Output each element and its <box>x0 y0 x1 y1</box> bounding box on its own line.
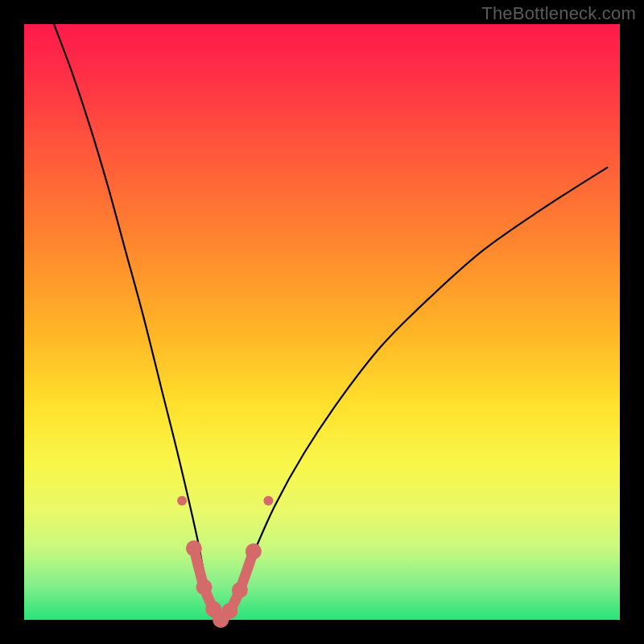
marker-dot <box>232 582 248 598</box>
marker-dot <box>177 496 187 506</box>
marker-dot <box>221 603 237 619</box>
chart-frame: TheBottleneck.com <box>0 0 644 644</box>
marker-dot <box>213 612 229 628</box>
marker-dot <box>186 540 202 556</box>
marker-dot <box>263 496 273 506</box>
watermark-label: TheBottleneck.com <box>481 3 636 24</box>
plot-area <box>24 24 620 620</box>
highlight-dots <box>24 24 620 620</box>
bottleneck-curve <box>24 24 620 620</box>
marker-dot <box>205 601 221 617</box>
curve-path <box>54 24 608 620</box>
dot-connector <box>194 548 254 620</box>
marker-dot <box>196 579 213 595</box>
marker-dot <box>246 543 262 559</box>
dot-group <box>177 496 273 628</box>
